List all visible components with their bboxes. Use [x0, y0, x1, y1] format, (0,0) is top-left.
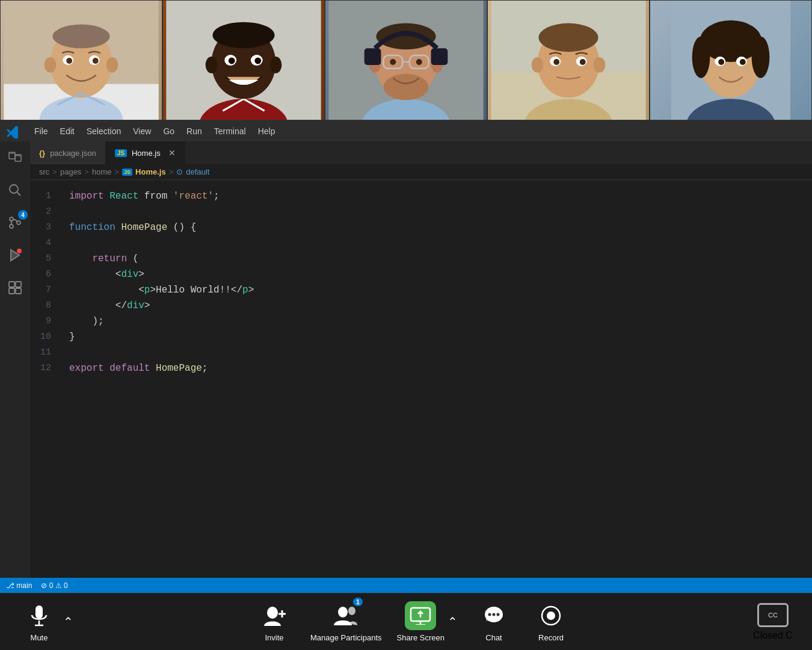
menu-help[interactable]: Help — [252, 124, 281, 138]
svg-point-4 — [52, 25, 109, 49]
code-line-6: 6 <div> — [30, 267, 812, 283]
svg-point-46 — [580, 59, 586, 65]
line-num-5: 5 — [30, 252, 63, 266]
breadcrumb-filename: Home.js — [135, 167, 166, 176]
line-num-2: 2 — [30, 205, 63, 219]
code-line-5: 5 return ( — [30, 252, 812, 267]
svg-point-54 — [752, 36, 770, 78]
run-debug-icon[interactable] — [5, 245, 25, 265]
tab-home-js[interactable]: JS Home.js ✕ — [106, 141, 185, 164]
svg-point-27 — [377, 23, 436, 50]
participants-label: Manage Participants — [310, 633, 382, 642]
invite-button[interactable]: Invite — [253, 601, 295, 642]
svg-point-89 — [547, 611, 555, 620]
video-tile-1[interactable] — [0, 0, 162, 120]
share-screen-label: Share Screen — [397, 633, 445, 642]
line-num-7: 7 — [30, 283, 63, 297]
menu-edit[interactable]: Edit — [54, 124, 81, 138]
svg-point-76 — [267, 607, 278, 619]
home-js-icon: JS — [115, 149, 127, 157]
extensions-icon[interactable] — [5, 277, 25, 298]
mute-button[interactable]: Mute — [18, 601, 60, 642]
menu-file[interactable]: File — [28, 124, 54, 138]
search-icon[interactable] — [5, 180, 25, 200]
line-num-9: 9 — [30, 314, 63, 329]
svg-point-20 — [254, 58, 261, 64]
menu-bar: File Edit Selection View Go Run Terminal… — [0, 120, 812, 141]
svg-point-10 — [93, 58, 99, 64]
breadcrumb-ref-icon: ⊙ — [176, 167, 183, 176]
participant-video-4 — [488, 1, 649, 120]
svg-point-5 — [45, 57, 57, 73]
tab-bar: {} package.json JS Home.js ✕ — [30, 141, 812, 164]
video-tile-3[interactable] — [325, 0, 487, 120]
code-line-3: 3 function HomePage () { — [30, 220, 812, 236]
breadcrumb-js-icon: JS — [122, 169, 132, 176]
breadcrumb-pages: pages — [60, 167, 81, 176]
menu-terminal[interactable]: Terminal — [208, 124, 252, 138]
code-line-9: 9 ); — [30, 314, 812, 330]
explorer-icon[interactable] — [5, 147, 25, 168]
manage-participants-button[interactable]: 1 Manage Participants — [310, 601, 382, 642]
svg-line-64 — [17, 193, 21, 196]
line-content-1: import React from 'react'; — [63, 189, 812, 205]
invite-icon — [260, 601, 289, 630]
svg-point-45 — [553, 59, 559, 65]
chat-button[interactable]: Chat — [473, 601, 515, 642]
svg-point-15 — [270, 57, 282, 73]
record-label: Record — [538, 633, 564, 642]
svg-point-9 — [66, 58, 72, 64]
code-area[interactable]: 1 import React from 'react'; 2 3 functio… — [30, 180, 812, 578]
svg-rect-71 — [9, 288, 14, 294]
cc-abbr: CC — [768, 611, 778, 619]
svg-point-58 — [740, 59, 746, 65]
line-content-9: ); — [63, 314, 812, 330]
tab-package-json-label: package.json — [50, 149, 96, 158]
participant-video-3 — [325, 1, 487, 120]
closed-captions-button[interactable]: CC Closed C — [752, 603, 794, 641]
participant-video-2 — [163, 1, 324, 120]
svg-point-6 — [106, 57, 118, 73]
tab-close-icon[interactable]: ✕ — [168, 148, 176, 158]
svg-point-42 — [539, 23, 598, 52]
menu-run[interactable]: Run — [180, 124, 208, 138]
svg-point-24 — [383, 74, 428, 101]
breadcrumb-sep-1: > — [52, 167, 57, 176]
breadcrumb: src > pages > home > JS Home.js > ⊙ defa… — [30, 164, 812, 180]
record-button[interactable]: Record — [530, 601, 572, 642]
tab-home-js-label: Home.js — [132, 149, 161, 158]
svg-point-40 — [532, 57, 544, 73]
video-tile-5[interactable] — [650, 0, 812, 120]
svg-rect-70 — [16, 282, 21, 287]
line-num-1: 1 — [30, 189, 63, 203]
share-screen-button[interactable]: Share Screen — [397, 601, 445, 642]
svg-point-87 — [497, 613, 500, 616]
code-line-12: 12 export default HomePage; — [30, 361, 812, 377]
line-num-6: 6 — [30, 267, 63, 282]
svg-point-79 — [338, 607, 348, 618]
mute-icon — [25, 601, 54, 630]
line-content-3: function HomePage () { — [63, 220, 812, 236]
mute-chevron-up[interactable]: ⌃ — [63, 614, 73, 629]
video-strip — [0, 0, 812, 120]
menu-view[interactable]: View — [127, 124, 157, 138]
record-icon — [537, 601, 565, 630]
svg-rect-28 — [364, 48, 381, 65]
menu-go[interactable]: Go — [157, 124, 180, 138]
svg-point-63 — [10, 185, 18, 193]
code-line-2: 2 — [30, 205, 812, 220]
breadcrumb-function: default — [186, 167, 209, 176]
share-chevron-up[interactable]: ⌃ — [448, 614, 458, 629]
line-num-4: 4 — [30, 236, 63, 250]
svg-rect-62 — [15, 155, 21, 156]
tab-package-json[interactable]: {} package.json — [30, 141, 106, 164]
video-tile-2[interactable] — [162, 0, 325, 120]
participant-video-1 — [1, 1, 162, 120]
breadcrumb-home: home — [92, 167, 112, 176]
source-control-icon[interactable]: 4 — [5, 212, 25, 233]
svg-rect-60 — [9, 152, 15, 154]
activity-bar: 4 — [0, 141, 30, 578]
meeting-bar: Mute ⌃ Invite — [0, 593, 812, 650]
menu-selection[interactable]: Selection — [81, 124, 128, 138]
video-tile-4[interactable] — [487, 0, 650, 120]
